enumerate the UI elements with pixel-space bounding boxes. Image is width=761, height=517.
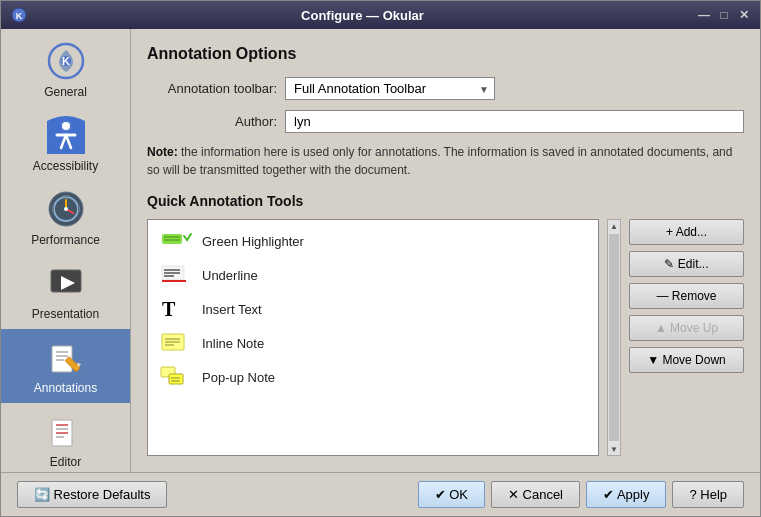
note-bold: Note:	[147, 145, 178, 159]
restore-defaults-button[interactable]: 🔄 Restore Defaults	[17, 481, 167, 508]
minimize-button[interactable]: —	[696, 8, 712, 22]
apply-button[interactable]: ✔ Apply	[586, 481, 666, 508]
sidebar-item-performance[interactable]: Performance	[1, 181, 130, 255]
footer-left: 🔄 Restore Defaults	[17, 481, 167, 508]
author-label: Author:	[147, 114, 277, 129]
edit-button[interactable]: ✎ Edit...	[629, 251, 744, 277]
tools-list: Green Highlighter	[147, 219, 599, 456]
popup-note-icon	[160, 366, 192, 388]
insert-text-icon: T	[160, 298, 192, 320]
tool-label-inline-note: Inline Note	[202, 336, 264, 351]
svg-rect-25	[162, 234, 182, 244]
close-button[interactable]: ✕	[736, 8, 752, 22]
note-text: Note: the information here is used only …	[147, 143, 744, 179]
tool-item-green-highlighter[interactable]: Green Highlighter	[152, 224, 594, 258]
svg-point-11	[64, 207, 68, 211]
tool-item-inline-note[interactable]: Inline Note	[152, 326, 594, 360]
tools-area: Green Highlighter	[147, 219, 744, 456]
sidebar-label-general: General	[44, 85, 87, 99]
toolbar-select-wrapper[interactable]: Full Annotation Toolbar Simple Annotatio…	[285, 77, 495, 100]
sidebar-label-editor: Editor	[50, 455, 81, 469]
cancel-button[interactable]: ✕ Cancel	[491, 481, 580, 508]
window-controls: — □ ✕	[696, 8, 752, 22]
sidebar-item-annotations[interactable]: Annotations	[1, 329, 130, 403]
svg-text:K: K	[16, 11, 23, 21]
scroll-thumb[interactable]	[609, 234, 619, 441]
toolbar-row: Annotation toolbar: Full Annotation Tool…	[147, 77, 744, 100]
ok-button[interactable]: ✔ OK	[418, 481, 485, 508]
content-area: Annotation Options Annotation toolbar: F…	[131, 29, 760, 472]
help-button[interactable]: ? Help	[672, 481, 744, 508]
section-title: Annotation Options	[147, 45, 744, 63]
scroll-up-button[interactable]: ▲	[608, 220, 620, 232]
window-title: Configure — Okular	[29, 8, 696, 23]
footer-right: ✔ OK ✕ Cancel ✔ Apply ? Help	[418, 481, 744, 508]
sidebar-label-annotations: Annotations	[34, 381, 97, 395]
sidebar-item-general[interactable]: K General	[1, 33, 130, 107]
titlebar-icon: K	[9, 5, 29, 25]
general-icon: K	[46, 41, 86, 81]
author-row: Author:	[147, 110, 744, 133]
configure-window: K Configure — Okular — □ ✕ K	[0, 0, 761, 517]
underline-icon	[160, 264, 192, 286]
add-button[interactable]: + Add...	[629, 219, 744, 245]
footer: 🔄 Restore Defaults ✔ OK ✕ Cancel ✔ Apply…	[1, 472, 760, 516]
svg-point-8	[62, 122, 70, 130]
tool-label-insert-text: Insert Text	[202, 302, 262, 317]
tool-item-underline[interactable]: Underline	[152, 258, 594, 292]
tool-label-green-highlighter: Green Highlighter	[202, 234, 304, 249]
highlighter-icon	[160, 230, 192, 252]
sidebar-item-accessibility[interactable]: Accessibility	[1, 107, 130, 181]
remove-button[interactable]: — Remove	[629, 283, 744, 309]
main-content: K General A	[1, 29, 760, 472]
tools-buttons: + Add... ✎ Edit... — Remove ▲ Move Up ▼ …	[629, 219, 744, 456]
scrollbar[interactable]: ▲ ▼	[607, 219, 621, 456]
inline-note-icon	[160, 332, 192, 354]
performance-icon	[46, 189, 86, 229]
quick-tools-title: Quick Annotation Tools	[147, 193, 744, 209]
note-body: the information here is used only for an…	[147, 145, 732, 177]
author-input[interactable]	[285, 110, 744, 133]
tool-item-popup-note[interactable]: Pop-up Note	[152, 360, 594, 394]
titlebar: K Configure — Okular — □ ✕	[1, 1, 760, 29]
editor-icon	[46, 411, 86, 451]
sidebar-item-editor[interactable]: Editor	[1, 403, 130, 472]
scroll-down-button[interactable]: ▼	[608, 443, 620, 455]
sidebar-label-accessibility: Accessibility	[33, 159, 98, 173]
move-up-button[interactable]: ▲ Move Up	[629, 315, 744, 341]
annotations-icon	[46, 337, 86, 377]
svg-text:T: T	[162, 298, 176, 320]
sidebar: K General A	[1, 29, 131, 472]
tool-item-insert-text[interactable]: T Insert Text	[152, 292, 594, 326]
sidebar-item-presentation[interactable]: Presentation	[1, 255, 130, 329]
svg-text:K: K	[62, 55, 70, 67]
maximize-button[interactable]: □	[716, 8, 732, 22]
move-down-button[interactable]: ▼ Move Down	[629, 347, 744, 373]
sidebar-label-presentation: Presentation	[32, 307, 99, 321]
tool-label-popup-note: Pop-up Note	[202, 370, 275, 385]
presentation-icon	[46, 263, 86, 303]
accessibility-icon	[46, 115, 86, 155]
svg-rect-39	[169, 374, 183, 384]
toolbar-select[interactable]: Full Annotation Toolbar Simple Annotatio…	[285, 77, 495, 100]
toolbar-label: Annotation toolbar:	[147, 81, 277, 96]
tool-label-underline: Underline	[202, 268, 258, 283]
sidebar-label-performance: Performance	[31, 233, 100, 247]
